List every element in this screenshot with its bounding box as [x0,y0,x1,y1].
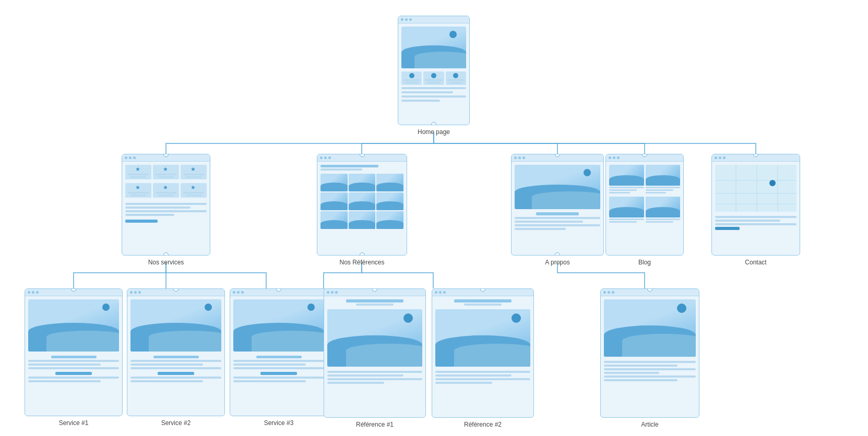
service1-label: Service #1 [59,419,89,427]
svg-point-7 [769,180,776,186]
article-node: Article [600,288,699,428]
reference1-label: Référence #1 [356,421,394,428]
service3-node: Service #3 [230,288,328,427]
nos-services-label: Nos services [148,259,184,266]
connector-apropos-bottom [555,252,560,256]
reference2-label: Référence #2 [464,421,502,428]
a-propos-node: A propos [511,154,604,266]
service1-node: Service #1 [25,288,123,427]
contact-label: Contact [745,259,766,266]
connector-nosservices-bottom [163,252,169,256]
blog-node: Blog [605,154,684,266]
nos-references-node: Nos Références [317,154,407,266]
blog-label: Blog [638,259,651,266]
article-label: Article [641,421,658,428]
contact-node: Contact [711,154,800,266]
homepage-label: Home page [418,128,450,136]
nos-references-label: Nos Références [339,259,384,266]
service3-label: Service #3 [264,419,294,427]
service2-label: Service #2 [161,419,191,427]
reference2-node: Référence #2 [432,288,534,428]
homepage-node: Home page [398,16,470,136]
service2-node: Service #2 [127,288,225,427]
connector-homepage-bottom [431,122,436,125]
connector-nosrefs-bottom [360,252,365,256]
nos-services-node: ★ ★ ★ ★ ★ ★ Nos services [122,154,210,266]
a-propos-label: A propos [545,259,569,266]
reference1-node: Référence #1 [324,288,426,428]
